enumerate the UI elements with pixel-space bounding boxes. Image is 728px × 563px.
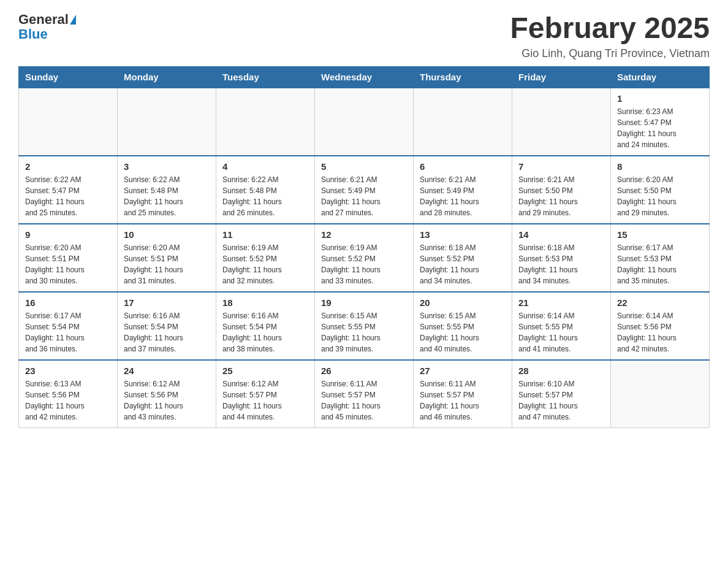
logo-general-text: General	[18, 12, 69, 27]
day-number: 2	[25, 161, 111, 172]
day-info: Sunrise: 6:13 AMSunset: 5:56 PMDaylight:…	[25, 378, 111, 423]
day-info: Sunrise: 6:14 AMSunset: 5:56 PMDaylight:…	[617, 310, 703, 354]
day-number: 12	[321, 229, 407, 240]
day-info: Sunrise: 6:16 AMSunset: 5:54 PMDaylight:…	[124, 310, 210, 354]
calendar-table: SundayMondayTuesdayWednesdayThursdayFrid…	[18, 66, 710, 428]
header-cell-tuesday: Tuesday	[216, 66, 315, 88]
header-cell-saturday: Saturday	[611, 66, 710, 88]
calendar-week-2: 2Sunrise: 6:22 AMSunset: 5:47 PMDaylight…	[19, 156, 710, 224]
calendar-cell: 23Sunrise: 6:13 AMSunset: 5:56 PMDayligh…	[19, 360, 118, 428]
calendar-cell: 25Sunrise: 6:12 AMSunset: 5:57 PMDayligh…	[216, 360, 315, 428]
day-info: Sunrise: 6:22 AMSunset: 5:48 PMDaylight:…	[222, 174, 308, 218]
calendar-cell: 14Sunrise: 6:18 AMSunset: 5:53 PMDayligh…	[512, 224, 611, 292]
calendar-cell	[315, 88, 414, 156]
day-number: 14	[518, 229, 604, 240]
day-number: 3	[124, 161, 210, 172]
calendar-cell: 3Sunrise: 6:22 AMSunset: 5:48 PMDaylight…	[118, 156, 216, 224]
calendar-cell: 26Sunrise: 6:11 AMSunset: 5:57 PMDayligh…	[315, 360, 414, 428]
day-info: Sunrise: 6:12 AMSunset: 5:57 PMDaylight:…	[222, 378, 308, 423]
day-info: Sunrise: 6:19 AMSunset: 5:52 PMDaylight:…	[222, 242, 308, 286]
day-number: 18	[222, 297, 308, 308]
calendar-cell: 11Sunrise: 6:19 AMSunset: 5:52 PMDayligh…	[216, 224, 315, 292]
calendar-week-1: 1Sunrise: 6:23 AMSunset: 5:47 PMDaylight…	[19, 88, 710, 156]
header-cell-sunday: Sunday	[19, 66, 118, 88]
day-info: Sunrise: 6:23 AMSunset: 5:47 PMDaylight:…	[617, 106, 703, 150]
day-number: 23	[25, 366, 111, 376]
logo-triangle-icon	[70, 15, 76, 25]
day-number: 15	[617, 229, 703, 240]
calendar-cell: 8Sunrise: 6:20 AMSunset: 5:50 PMDaylight…	[611, 156, 710, 224]
day-info: Sunrise: 6:21 AMSunset: 5:49 PMDaylight:…	[420, 174, 506, 218]
day-info: Sunrise: 6:12 AMSunset: 5:56 PMDaylight:…	[124, 378, 210, 423]
day-number: 26	[321, 366, 407, 376]
day-info: Sunrise: 6:17 AMSunset: 5:54 PMDaylight:…	[25, 310, 111, 354]
calendar-cell: 16Sunrise: 6:17 AMSunset: 5:54 PMDayligh…	[19, 292, 118, 360]
page-header: General Blue February 2025 Gio Linh, Qua…	[18, 12, 710, 60]
day-info: Sunrise: 6:11 AMSunset: 5:57 PMDaylight:…	[420, 378, 506, 423]
location: Gio Linh, Quang Tri Province, Vietnam	[510, 47, 710, 60]
day-number: 1	[617, 93, 703, 104]
calendar-cell: 6Sunrise: 6:21 AMSunset: 5:49 PMDaylight…	[414, 156, 512, 224]
calendar-cell	[216, 88, 315, 156]
calendar-cell: 24Sunrise: 6:12 AMSunset: 5:56 PMDayligh…	[118, 360, 216, 428]
calendar-cell: 4Sunrise: 6:22 AMSunset: 5:48 PMDaylight…	[216, 156, 315, 224]
day-number: 6	[420, 161, 506, 172]
calendar-cell: 7Sunrise: 6:21 AMSunset: 5:50 PMDaylight…	[512, 156, 611, 224]
day-number: 11	[222, 229, 308, 240]
day-number: 9	[25, 229, 111, 240]
calendar-week-3: 9Sunrise: 6:20 AMSunset: 5:51 PMDaylight…	[19, 224, 710, 292]
header-row: SundayMondayTuesdayWednesdayThursdayFrid…	[19, 66, 710, 88]
day-info: Sunrise: 6:20 AMSunset: 5:50 PMDaylight:…	[617, 174, 703, 218]
calendar-week-4: 16Sunrise: 6:17 AMSunset: 5:54 PMDayligh…	[19, 292, 710, 360]
day-number: 7	[518, 161, 604, 172]
header-cell-friday: Friday	[512, 66, 611, 88]
day-number: 13	[420, 229, 506, 240]
day-info: Sunrise: 6:17 AMSunset: 5:53 PMDaylight:…	[617, 242, 703, 286]
day-number: 4	[222, 161, 308, 172]
calendar-cell: 13Sunrise: 6:18 AMSunset: 5:52 PMDayligh…	[414, 224, 512, 292]
calendar-body: 1Sunrise: 6:23 AMSunset: 5:47 PMDaylight…	[19, 88, 710, 428]
day-info: Sunrise: 6:22 AMSunset: 5:48 PMDaylight:…	[124, 174, 210, 218]
day-info: Sunrise: 6:18 AMSunset: 5:52 PMDaylight:…	[420, 242, 506, 286]
calendar-cell	[512, 88, 611, 156]
day-number: 25	[222, 366, 308, 376]
calendar-cell	[118, 88, 216, 156]
day-number: 10	[124, 229, 210, 240]
calendar-header: SundayMondayTuesdayWednesdayThursdayFrid…	[19, 66, 710, 88]
calendar-cell	[611, 360, 710, 428]
calendar-cell: 20Sunrise: 6:15 AMSunset: 5:55 PMDayligh…	[414, 292, 512, 360]
calendar-cell: 1Sunrise: 6:23 AMSunset: 5:47 PMDaylight…	[611, 88, 710, 156]
calendar-cell: 10Sunrise: 6:20 AMSunset: 5:51 PMDayligh…	[118, 224, 216, 292]
calendar-cell: 27Sunrise: 6:11 AMSunset: 5:57 PMDayligh…	[414, 360, 512, 428]
day-info: Sunrise: 6:20 AMSunset: 5:51 PMDaylight:…	[124, 242, 210, 286]
day-number: 22	[617, 297, 703, 308]
day-info: Sunrise: 6:14 AMSunset: 5:55 PMDaylight:…	[518, 310, 604, 354]
day-number: 19	[321, 297, 407, 308]
day-info: Sunrise: 6:15 AMSunset: 5:55 PMDaylight:…	[321, 310, 407, 354]
day-number: 24	[124, 366, 210, 376]
day-info: Sunrise: 6:22 AMSunset: 5:47 PMDaylight:…	[25, 174, 111, 218]
header-cell-monday: Monday	[118, 66, 216, 88]
calendar-cell: 17Sunrise: 6:16 AMSunset: 5:54 PMDayligh…	[118, 292, 216, 360]
header-cell-thursday: Thursday	[414, 66, 512, 88]
calendar-cell: 5Sunrise: 6:21 AMSunset: 5:49 PMDaylight…	[315, 156, 414, 224]
day-info: Sunrise: 6:10 AMSunset: 5:57 PMDaylight:…	[518, 378, 604, 423]
day-number: 8	[617, 161, 703, 172]
logo: General Blue	[18, 12, 76, 42]
calendar-cell: 21Sunrise: 6:14 AMSunset: 5:55 PMDayligh…	[512, 292, 611, 360]
title-block: February 2025 Gio Linh, Quang Tri Provin…	[510, 12, 710, 60]
logo-blue-text: Blue	[18, 27, 48, 42]
calendar-cell: 28Sunrise: 6:10 AMSunset: 5:57 PMDayligh…	[512, 360, 611, 428]
day-info: Sunrise: 6:15 AMSunset: 5:55 PMDaylight:…	[420, 310, 506, 354]
day-info: Sunrise: 6:19 AMSunset: 5:52 PMDaylight:…	[321, 242, 407, 286]
calendar-cell: 9Sunrise: 6:20 AMSunset: 5:51 PMDaylight…	[19, 224, 118, 292]
day-number: 27	[420, 366, 506, 376]
month-title: February 2025	[510, 12, 710, 45]
day-info: Sunrise: 6:21 AMSunset: 5:50 PMDaylight:…	[518, 174, 604, 218]
calendar-cell: 15Sunrise: 6:17 AMSunset: 5:53 PMDayligh…	[611, 224, 710, 292]
day-info: Sunrise: 6:20 AMSunset: 5:51 PMDaylight:…	[25, 242, 111, 286]
calendar-cell	[414, 88, 512, 156]
header-cell-wednesday: Wednesday	[315, 66, 414, 88]
day-number: 5	[321, 161, 407, 172]
calendar-cell: 18Sunrise: 6:16 AMSunset: 5:54 PMDayligh…	[216, 292, 315, 360]
